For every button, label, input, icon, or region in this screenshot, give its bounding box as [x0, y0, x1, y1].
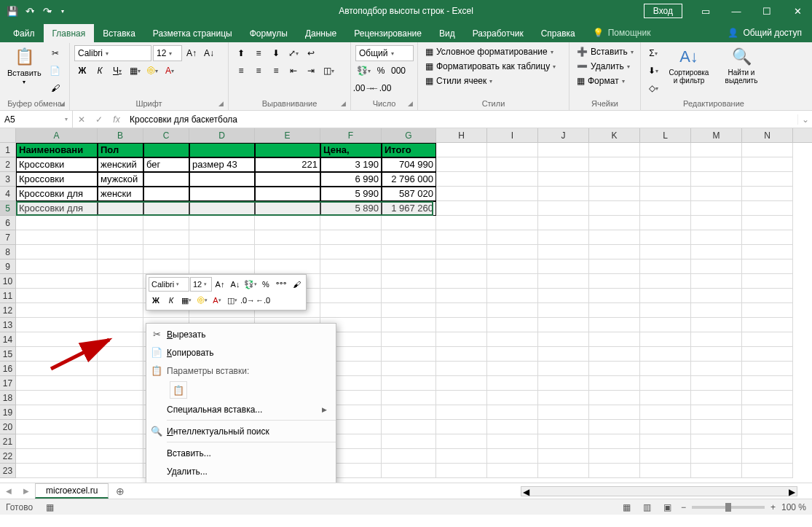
expand-formula-icon[interactable]: ⌄	[797, 114, 812, 125]
tab-formulas[interactable]: Формулы	[241, 24, 296, 43]
cell[interactable]: женский	[98, 157, 143, 172]
font-launcher[interactable]: ◢	[218, 100, 224, 107]
row-header[interactable]: 6	[0, 216, 16, 230]
cell[interactable]	[16, 289, 98, 303]
cell[interactable]	[487, 187, 538, 201]
mini-grow-font-icon[interactable]: A↑	[213, 277, 227, 292]
italic-button[interactable]: К	[92, 63, 108, 79]
find-select-button[interactable]: 🔍 Найти и выделить	[717, 45, 766, 86]
cell[interactable]	[538, 187, 589, 201]
cell[interactable]	[691, 201, 742, 216]
cell[interactable]	[436, 464, 487, 478]
tab-page-layout[interactable]: Разметка страницы	[144, 24, 241, 43]
cell[interactable]: женски	[98, 187, 143, 201]
cell[interactable]	[589, 318, 640, 332]
cell[interactable]	[691, 259, 742, 274]
cell[interactable]	[691, 274, 742, 289]
cell[interactable]	[98, 318, 143, 332]
align-top-icon[interactable]: ⬆	[233, 45, 249, 61]
cell[interactable]	[436, 449, 487, 464]
cell[interactable]	[742, 216, 793, 230]
cell[interactable]	[487, 216, 538, 230]
save-icon[interactable]: 💾	[4, 3, 20, 19]
cell[interactable]	[436, 201, 487, 216]
cell[interactable]	[436, 434, 487, 449]
cell[interactable]	[436, 332, 487, 347]
cell[interactable]	[382, 318, 436, 332]
accept-formula-icon[interactable]: ✓	[90, 114, 108, 125]
cell[interactable]	[691, 216, 742, 230]
formula-input[interactable]: Кроссовки для баскетбола	[125, 114, 797, 125]
menu-smart-lookup[interactable]: 🔍Интеллектуальный поиск	[146, 422, 336, 440]
minimize-icon[interactable]: —	[722, 0, 751, 22]
row-header[interactable]: 18	[0, 391, 16, 405]
increase-indent-icon[interactable]: ⇥	[303, 63, 319, 79]
page-layout-view-icon[interactable]: ▥	[640, 501, 655, 513]
menu-paste-special[interactable]: Специальная вставка...▶	[146, 400, 336, 418]
percent-icon[interactable]: %	[373, 63, 389, 79]
orientation-icon[interactable]: ⤢▾	[285, 45, 301, 61]
col-header-C[interactable]: C	[143, 128, 189, 142]
cell[interactable]	[589, 464, 640, 478]
cell[interactable]	[487, 157, 538, 172]
font-name-combo[interactable]: Calibri▾	[74, 45, 151, 61]
row-header[interactable]: 17	[0, 376, 16, 391]
cell[interactable]	[143, 216, 189, 230]
cell[interactable]	[487, 405, 538, 420]
cell[interactable]	[382, 289, 436, 303]
cell[interactable]	[382, 362, 436, 376]
cell[interactable]	[16, 362, 98, 376]
cell[interactable]: 3 190	[320, 157, 382, 172]
col-header-K[interactable]: K	[589, 128, 640, 142]
cell[interactable]	[691, 172, 742, 187]
cell[interactable]	[189, 245, 255, 259]
insert-cells-button[interactable]: ➕Вставить▾	[574, 45, 636, 58]
align-launcher[interactable]: ◢	[341, 100, 346, 107]
cell[interactable]	[589, 391, 640, 405]
cell[interactable]	[320, 303, 382, 318]
cell[interactable]	[640, 376, 691, 391]
cell[interactable]	[255, 201, 320, 216]
cell[interactable]	[436, 259, 487, 274]
cell[interactable]	[16, 420, 98, 434]
col-header-D[interactable]: D	[189, 128, 255, 142]
row-header[interactable]: 19	[0, 405, 16, 420]
cell[interactable]	[382, 405, 436, 420]
cell[interactable]	[742, 332, 793, 347]
cell[interactable]: бег	[143, 157, 189, 172]
cell[interactable]	[589, 157, 640, 172]
cell[interactable]	[255, 187, 320, 201]
cell[interactable]	[538, 405, 589, 420]
cell[interactable]	[691, 420, 742, 434]
cell[interactable]	[538, 289, 589, 303]
cell[interactable]	[742, 230, 793, 245]
cell[interactable]	[436, 391, 487, 405]
border-button[interactable]: ▦▾	[127, 63, 143, 79]
cell[interactable]	[487, 303, 538, 318]
cell[interactable]: 587 020	[382, 187, 436, 201]
cell[interactable]	[487, 464, 538, 478]
cell[interactable]	[320, 245, 382, 259]
cell[interactable]	[143, 172, 189, 187]
cell[interactable]	[742, 420, 793, 434]
cell[interactable]	[589, 289, 640, 303]
cell[interactable]	[436, 245, 487, 259]
cell[interactable]	[538, 157, 589, 172]
sort-filter-button[interactable]: A↓ Сортировка и фильтр	[664, 45, 714, 86]
mini-font-color-button[interactable]: A▾	[210, 293, 224, 308]
format-as-table-button[interactable]: ▦Форматировать как таблицу▾	[422, 60, 559, 73]
cell[interactable]	[742, 391, 793, 405]
cell[interactable]	[640, 434, 691, 449]
format-cells-button[interactable]: ▦Формат▾	[574, 74, 628, 87]
fx-icon[interactable]: fx	[108, 114, 125, 125]
paste-button[interactable]: 📋 Вставить ▾	[4, 45, 44, 87]
font-size-combo[interactable]: 12▾	[153, 45, 182, 61]
cell[interactable]	[16, 274, 98, 289]
col-header-E[interactable]: E	[255, 128, 320, 142]
cell[interactable]	[742, 434, 793, 449]
cell[interactable]	[436, 157, 487, 172]
row-header[interactable]: 12	[0, 303, 16, 318]
row-header[interactable]: 5	[0, 201, 16, 216]
share-button[interactable]: 👤Общий доступ	[717, 23, 812, 42]
row-header[interactable]: 15	[0, 347, 16, 362]
